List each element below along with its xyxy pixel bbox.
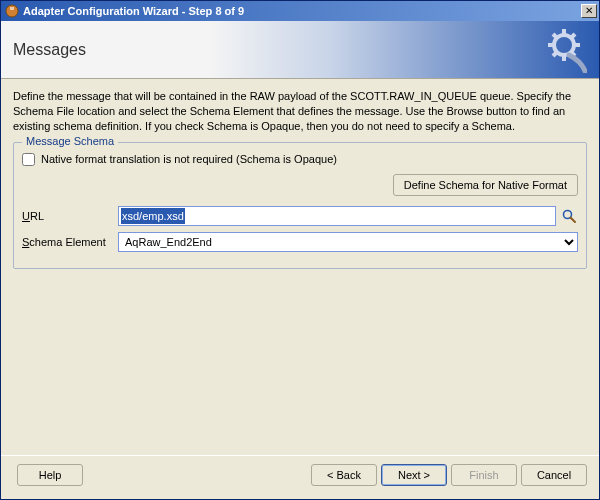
wizard-footer: Help < Back Next > Finish Cancel <box>1 455 599 499</box>
url-row: URL xsd/emp.xsd <box>22 206 578 226</box>
description-text: Define the message that will be containe… <box>13 89 587 134</box>
url-input[interactable]: xsd/emp.xsd <box>118 206 556 226</box>
schema-element-label: Schema Element <box>22 236 118 248</box>
svg-rect-1 <box>10 7 14 10</box>
back-button[interactable]: < Back <box>311 464 377 486</box>
define-schema-button[interactable]: Define Schema for Native Format <box>393 174 578 196</box>
svg-point-0 <box>6 5 18 17</box>
svg-line-7 <box>553 34 557 38</box>
app-icon <box>5 4 19 18</box>
message-schema-group: Message Schema Native format translation… <box>13 142 587 269</box>
finish-button: Finish <box>451 464 517 486</box>
cancel-button[interactable]: Cancel <box>521 464 587 486</box>
group-legend: Message Schema <box>22 135 118 147</box>
wizard-body: Define the message that will be containe… <box>1 79 599 455</box>
close-icon[interactable]: ✕ <box>581 4 597 18</box>
next-button[interactable]: Next > <box>381 464 447 486</box>
page-title: Messages <box>13 41 86 59</box>
url-value: xsd/emp.xsd <box>121 208 185 224</box>
help-button[interactable]: Help <box>17 464 83 486</box>
gear-icon <box>541 27 587 75</box>
window-title: Adapter Configuration Wizard - Step 8 of… <box>23 5 581 17</box>
opaque-checkbox-row[interactable]: Native format translation is not require… <box>22 153 578 166</box>
schema-element-select[interactable]: AqRaw_End2End <box>118 232 578 252</box>
schema-element-row: Schema Element AqRaw_End2End <box>22 232 578 252</box>
wizard-window: Adapter Configuration Wizard - Step 8 of… <box>0 0 600 500</box>
svg-line-12 <box>571 217 576 222</box>
opaque-checkbox[interactable] <box>22 153 35 166</box>
svg-line-10 <box>571 34 575 38</box>
svg-line-9 <box>553 52 557 56</box>
titlebar: Adapter Configuration Wizard - Step 8 of… <box>1 1 599 21</box>
url-label: URL <box>22 210 118 222</box>
opaque-checkbox-label: Native format translation is not require… <box>41 153 337 165</box>
search-icon[interactable] <box>560 207 578 225</box>
banner: Messages <box>1 21 599 79</box>
